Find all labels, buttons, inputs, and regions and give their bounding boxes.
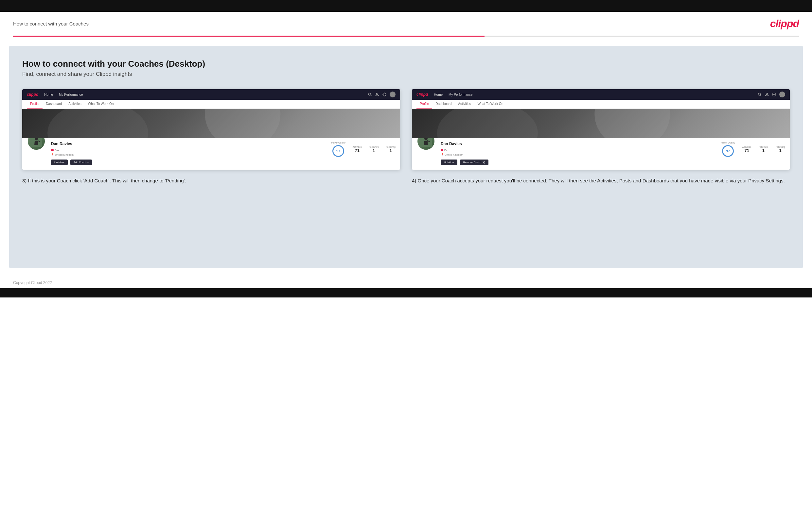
svg-point-10 bbox=[766, 93, 768, 95]
right-nav-avatar[interactable] bbox=[779, 92, 785, 98]
right-stat-following: Following 1 bbox=[775, 146, 785, 153]
right-stat-activities: Activities 71 bbox=[742, 146, 752, 153]
svg-line-1 bbox=[371, 95, 372, 96]
right-nav-my-performance[interactable]: My Performance bbox=[449, 93, 472, 97]
user-icon[interactable] bbox=[375, 93, 379, 97]
right-screenshot: clippd Home My Performance bbox=[412, 89, 790, 170]
page-title: How to connect with your Coaches (Deskto… bbox=[22, 59, 790, 69]
tab-dashboard-left[interactable]: Dashboard bbox=[43, 100, 65, 109]
main-content: How to connect with your Coaches (Deskto… bbox=[9, 46, 803, 268]
unfollow-button-right[interactable]: Unfollow bbox=[441, 160, 457, 165]
left-stat-activities: Activities 71 bbox=[353, 146, 362, 153]
left-profile-stats: Player Quality 97 Activities 71 Follower… bbox=[331, 142, 396, 157]
right-profile-location: 📍United Kingdom bbox=[441, 153, 715, 156]
two-column-layout: clippd Home My Performance bbox=[22, 89, 790, 185]
left-stat-followers: Followers 1 bbox=[369, 146, 378, 153]
left-profile-name: Dan Davies bbox=[51, 142, 326, 146]
left-profile-buttons: Unfollow Add Coach + bbox=[51, 160, 326, 165]
right-tabs: Profile Dashboard Activities What To Wor… bbox=[412, 100, 790, 109]
left-profile-section: Dan Davies Pro 📍United Kingdom Unfollow … bbox=[22, 138, 400, 170]
pro-badge-dot bbox=[51, 149, 54, 151]
bottom-bar bbox=[0, 288, 812, 297]
left-nav-avatar[interactable] bbox=[390, 92, 396, 98]
search-icon-right[interactable] bbox=[758, 93, 762, 97]
pro-badge-dot-right bbox=[441, 149, 443, 151]
left-screenshot: clippd Home My Performance bbox=[22, 89, 400, 170]
left-profile-info: Dan Davies Pro 📍United Kingdom Unfollow … bbox=[51, 142, 326, 165]
page-subtitle: Find, connect and share your Clippd insi… bbox=[22, 71, 790, 77]
copyright-text: Copyright Clippd 2022 bbox=[13, 280, 52, 285]
settings-icon-right[interactable] bbox=[772, 93, 776, 97]
left-column: clippd Home My Performance bbox=[22, 89, 400, 185]
left-profile-badge: Pro bbox=[51, 149, 59, 152]
svg-point-0 bbox=[369, 93, 371, 96]
right-nav-logo: clippd bbox=[416, 92, 428, 97]
svg-point-11 bbox=[773, 94, 775, 95]
svg-point-3 bbox=[384, 94, 385, 95]
left-nav-my-performance[interactable]: My Performance bbox=[59, 93, 83, 97]
left-quality-value: 97 bbox=[333, 145, 344, 157]
tab-what-to-work-on-left[interactable]: What To Work On bbox=[85, 100, 117, 109]
header-title: How to connect with your Coaches bbox=[13, 21, 89, 26]
right-profile-badge: Pro bbox=[441, 149, 448, 152]
left-nav-logo: clippd bbox=[27, 92, 38, 97]
left-banner-overlay bbox=[22, 109, 400, 138]
clippd-logo: clippd bbox=[770, 18, 799, 30]
left-profile-location: 📍United Kingdom bbox=[51, 153, 326, 156]
footer: Copyright Clippd 2022 bbox=[0, 277, 812, 288]
tab-activities-right[interactable]: Activities bbox=[455, 100, 474, 109]
right-profile-section: Dan Davies Pro 📍United Kingdom Unfollow … bbox=[412, 138, 790, 170]
right-player-quality: Player Quality 97 bbox=[721, 142, 735, 157]
left-nav-home[interactable]: Home bbox=[44, 93, 53, 97]
svg-point-12 bbox=[772, 93, 776, 96]
right-nav-home[interactable]: Home bbox=[434, 93, 443, 97]
svg-point-4 bbox=[383, 93, 386, 96]
tab-profile-left[interactable]: Profile bbox=[27, 100, 43, 109]
right-nav-icons bbox=[758, 92, 785, 98]
left-tabs: Profile Dashboard Activities What To Wor… bbox=[22, 100, 400, 109]
search-icon[interactable] bbox=[368, 93, 372, 97]
add-coach-button[interactable]: Add Coach + bbox=[70, 160, 92, 165]
tab-activities-left[interactable]: Activities bbox=[65, 100, 85, 109]
right-profile-banner bbox=[412, 109, 790, 138]
right-column: clippd Home My Performance bbox=[412, 89, 790, 185]
left-stat-following: Following 1 bbox=[386, 146, 396, 153]
right-profile-stats: Player Quality 97 Activities 71 Follower… bbox=[721, 142, 785, 157]
left-profile-banner bbox=[22, 109, 400, 138]
tab-dashboard-right[interactable]: Dashboard bbox=[432, 100, 455, 109]
svg-point-8 bbox=[758, 93, 761, 96]
right-quality-value: 97 bbox=[722, 145, 734, 157]
top-bar bbox=[0, 0, 812, 12]
right-profile-name: Dan Davies bbox=[441, 142, 715, 146]
remove-coach-button[interactable]: Remove Coach bbox=[460, 160, 489, 165]
tab-what-to-work-on-right[interactable]: What To Work On bbox=[474, 100, 507, 109]
left-nav-bar: clippd Home My Performance bbox=[22, 89, 400, 100]
left-nav-icons bbox=[368, 92, 396, 98]
svg-point-2 bbox=[376, 93, 378, 95]
svg-line-9 bbox=[760, 95, 761, 96]
right-profile-info: Dan Davies Pro 📍United Kingdom Unfollow … bbox=[441, 142, 715, 165]
right-quality-label: Player Quality bbox=[721, 142, 735, 144]
left-quality-label: Player Quality bbox=[331, 142, 346, 144]
tab-profile-right[interactable]: Profile bbox=[416, 100, 432, 109]
header: How to connect with your Coaches clippd bbox=[0, 12, 812, 36]
right-banner-overlay bbox=[412, 109, 790, 138]
left-player-quality: Player Quality 97 bbox=[331, 142, 346, 157]
settings-icon[interactable] bbox=[383, 93, 386, 97]
right-profile-buttons: Unfollow Remove Coach bbox=[441, 160, 715, 165]
user-icon-right[interactable] bbox=[765, 93, 769, 97]
unfollow-button-left[interactable]: Unfollow bbox=[51, 160, 68, 165]
right-nav-bar: clippd Home My Performance bbox=[412, 89, 790, 100]
right-stat-followers: Followers 1 bbox=[758, 146, 768, 153]
right-caption: 4) Once your Coach accepts your request … bbox=[412, 177, 790, 185]
close-icon bbox=[483, 161, 485, 164]
header-divider bbox=[13, 36, 799, 37]
left-caption: 3) If this is your Coach click 'Add Coac… bbox=[22, 177, 400, 185]
